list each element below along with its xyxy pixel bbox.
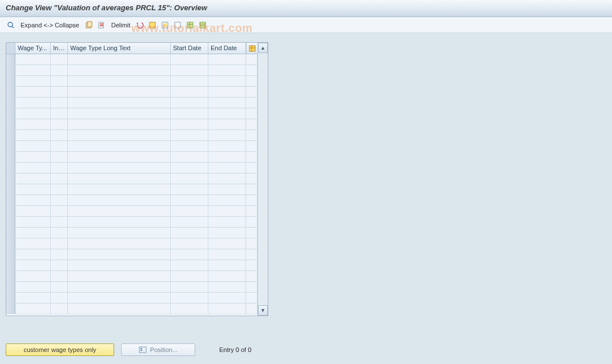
- cell-start-date[interactable]: [171, 163, 208, 173]
- cell-wage-type[interactable]: [15, 238, 51, 249]
- table-row[interactable]: [6, 163, 257, 173]
- cell-inf[interactable]: [51, 54, 68, 64]
- cell-inf[interactable]: [51, 76, 68, 86]
- cell-start-date[interactable]: [171, 76, 208, 86]
- cell-end-date[interactable]: [208, 163, 246, 173]
- cell-start-date[interactable]: [171, 65, 208, 75]
- cell-long-text[interactable]: [68, 108, 171, 119]
- cell-long-text[interactable]: [68, 152, 171, 162]
- col-header-end-date[interactable]: End Date: [208, 43, 246, 54]
- table-row[interactable]: [6, 87, 257, 98]
- cell-end-date[interactable]: [208, 217, 246, 227]
- col-header-inf[interactable]: Inf...: [51, 43, 68, 54]
- cell-inf[interactable]: [51, 195, 68, 205]
- table-row[interactable]: [6, 260, 257, 271]
- cell-end-date[interactable]: [208, 173, 246, 184]
- cell-end-date[interactable]: [208, 65, 246, 75]
- cell-start-date[interactable]: [171, 282, 208, 292]
- cell-end-date[interactable]: [208, 195, 246, 205]
- table-config-icon[interactable]: [246, 43, 257, 54]
- select-block-icon[interactable]: [160, 20, 170, 30]
- cell-end-date[interactable]: [208, 184, 246, 195]
- cell-long-text[interactable]: [68, 304, 171, 314]
- cell-inf[interactable]: [51, 130, 68, 140]
- cell-start-date[interactable]: [171, 184, 208, 195]
- cell-inf[interactable]: [51, 238, 68, 249]
- cell-start-date[interactable]: [171, 249, 208, 260]
- row-selector[interactable]: [6, 238, 15, 249]
- table-row[interactable]: [6, 119, 257, 130]
- table-row[interactable]: [6, 228, 257, 238]
- cell-start-date[interactable]: [171, 141, 208, 151]
- cell-end-date[interactable]: [208, 141, 246, 151]
- table-row[interactable]: [6, 54, 257, 65]
- cell-long-text[interactable]: [68, 141, 171, 151]
- cell-long-text[interactable]: [68, 98, 171, 108]
- row-selector[interactable]: [6, 271, 15, 281]
- cell-wage-type[interactable]: [15, 119, 51, 130]
- cell-wage-type[interactable]: [15, 54, 51, 64]
- cell-wage-type[interactable]: [15, 98, 51, 108]
- cell-inf[interactable]: [51, 87, 68, 97]
- table-row[interactable]: [6, 249, 257, 260]
- cell-start-date[interactable]: [171, 54, 208, 64]
- delimit-button[interactable]: Delimit: [109, 22, 133, 29]
- cell-wage-type[interactable]: [15, 152, 51, 162]
- cell-inf[interactable]: [51, 141, 68, 151]
- cell-end-date[interactable]: [208, 304, 246, 314]
- cell-end-date[interactable]: [208, 76, 246, 86]
- cell-long-text[interactable]: [68, 206, 171, 216]
- cell-end-date[interactable]: [208, 249, 246, 260]
- cell-wage-type[interactable]: [15, 228, 51, 238]
- cell-wage-type[interactable]: [15, 195, 51, 205]
- cell-wage-type[interactable]: [15, 76, 51, 86]
- customer-wage-types-button[interactable]: customer wage types only: [6, 343, 114, 356]
- cell-start-date[interactable]: [171, 271, 208, 281]
- cell-long-text[interactable]: [68, 173, 171, 184]
- row-selector[interactable]: [6, 98, 15, 108]
- cell-end-date[interactable]: [208, 282, 246, 292]
- cell-inf[interactable]: [51, 206, 68, 216]
- cell-start-date[interactable]: [171, 119, 208, 130]
- cell-inf[interactable]: [51, 271, 68, 281]
- table-row[interactable]: [6, 108, 257, 119]
- cell-wage-type[interactable]: [15, 108, 51, 119]
- col-header-wage-type[interactable]: Wage Ty...: [15, 43, 51, 54]
- cell-long-text[interactable]: [68, 271, 171, 281]
- table-row[interactable]: [6, 184, 257, 195]
- cell-end-date[interactable]: [208, 108, 246, 119]
- table-row[interactable]: [6, 76, 257, 87]
- row-selector[interactable]: [6, 195, 15, 205]
- row-selector[interactable]: [6, 282, 15, 292]
- row-selector[interactable]: [6, 206, 15, 216]
- table-row[interactable]: [6, 141, 257, 152]
- row-selector[interactable]: [6, 293, 15, 303]
- cell-start-date[interactable]: [171, 217, 208, 227]
- row-selector[interactable]: [6, 54, 15, 64]
- row-selector[interactable]: [6, 228, 15, 238]
- cell-wage-type[interactable]: [15, 304, 51, 314]
- row-selector[interactable]: [6, 163, 15, 173]
- cell-start-date[interactable]: [171, 195, 208, 205]
- cell-inf[interactable]: [51, 228, 68, 238]
- cell-wage-type[interactable]: [15, 206, 51, 216]
- copy-icon[interactable]: [96, 20, 107, 30]
- cell-inf[interactable]: [51, 260, 68, 270]
- cell-long-text[interactable]: [68, 238, 171, 249]
- cell-long-text[interactable]: [68, 293, 171, 303]
- cell-start-date[interactable]: [171, 293, 208, 303]
- cell-wage-type[interactable]: [15, 141, 51, 151]
- cell-end-date[interactable]: [208, 206, 246, 216]
- row-selector[interactable]: [6, 76, 15, 86]
- cell-end-date[interactable]: [208, 152, 246, 162]
- row-selector[interactable]: [6, 65, 15, 75]
- row-selector[interactable]: [6, 173, 15, 184]
- new-entries-icon[interactable]: [84, 20, 94, 30]
- row-selector[interactable]: [6, 87, 15, 97]
- row-selector[interactable]: [6, 130, 15, 140]
- cell-inf[interactable]: [51, 217, 68, 227]
- cell-end-date[interactable]: [208, 271, 246, 281]
- table-row[interactable]: [6, 173, 257, 184]
- cell-long-text[interactable]: [68, 282, 171, 292]
- cell-long-text[interactable]: [68, 130, 171, 140]
